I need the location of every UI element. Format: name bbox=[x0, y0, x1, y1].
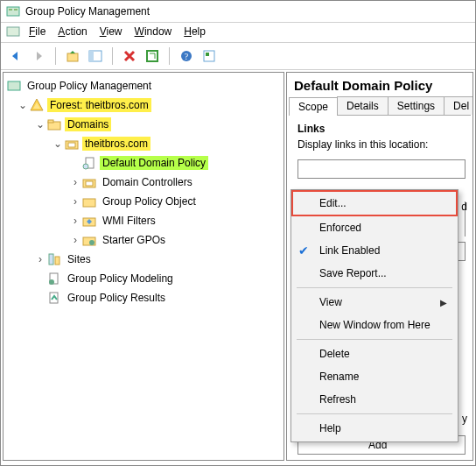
tree-dc-label: Domain Controllers bbox=[100, 175, 195, 189]
tree-wmi[interactable]: › WMI Filters bbox=[5, 211, 282, 230]
submenu-arrow-icon: ▶ bbox=[440, 298, 447, 307]
tree-sites[interactable]: › Sites bbox=[5, 250, 282, 269]
tab-details[interactable]: Details bbox=[337, 96, 388, 115]
tree-forest[interactable]: ⌄ Forest: theitbros.com bbox=[5, 95, 282, 115]
svg-rect-14 bbox=[48, 120, 53, 123]
tab-strip: Scope Details Settings Del bbox=[289, 96, 471, 116]
svg-rect-12 bbox=[8, 81, 20, 90]
ou-icon bbox=[82, 175, 96, 189]
delete-button[interactable] bbox=[120, 46, 139, 66]
ctx-link-enabled[interactable]: ✔ Link Enabled bbox=[293, 239, 456, 262]
truncated-char: d bbox=[461, 201, 467, 213]
tree-domains[interactable]: ⌄ Domains bbox=[5, 115, 282, 134]
sites-icon bbox=[47, 252, 61, 266]
domain-icon bbox=[65, 137, 79, 151]
back-button[interactable] bbox=[6, 46, 25, 66]
expand-icon[interactable]: › bbox=[70, 215, 80, 226]
separator bbox=[112, 47, 113, 65]
wmi-icon bbox=[82, 214, 96, 228]
svg-rect-16 bbox=[68, 143, 75, 147]
tab-scope[interactable]: Scope bbox=[289, 97, 338, 116]
modeling-icon bbox=[47, 272, 61, 286]
svg-rect-6 bbox=[89, 51, 94, 61]
tree-gpo-label: Group Policy Object bbox=[100, 194, 199, 208]
tree-forest-label: Forest: theitbros.com bbox=[47, 98, 151, 112]
ctx-separator bbox=[297, 287, 452, 288]
results-icon bbox=[47, 291, 61, 305]
svg-rect-11 bbox=[206, 53, 209, 56]
links-heading: Links bbox=[287, 116, 472, 137]
ctx-enforced[interactable]: Enforced bbox=[293, 216, 456, 239]
ctx-save-report[interactable]: Save Report... bbox=[293, 262, 456, 285]
ctx-new-window[interactable]: New Window from Here bbox=[293, 314, 456, 336]
collapse-icon[interactable]: ⌄ bbox=[52, 138, 63, 149]
svg-point-18 bbox=[83, 164, 88, 169]
tree-results[interactable]: › Group Policy Results bbox=[5, 288, 282, 307]
ctx-edit[interactable]: Edit... bbox=[291, 190, 458, 216]
svg-rect-0 bbox=[7, 7, 19, 16]
svg-rect-21 bbox=[83, 199, 95, 207]
properties-button[interactable] bbox=[200, 46, 219, 66]
starter-gpo-icon bbox=[82, 233, 96, 247]
collapse-icon[interactable]: ⌄ bbox=[35, 119, 46, 130]
title-bar: Group Policy Management bbox=[1, 1, 475, 23]
tree-starter-label: Starter GPOs bbox=[100, 233, 168, 247]
mmc-icon bbox=[6, 25, 20, 39]
ctx-delete[interactable]: Delete bbox=[293, 342, 456, 365]
tree-root[interactable]: Group Policy Management bbox=[5, 76, 282, 95]
ctx-view[interactable]: View ▶ bbox=[293, 291, 456, 314]
ctx-refresh[interactable]: Refresh bbox=[293, 388, 456, 411]
gpm-root-icon bbox=[7, 79, 21, 93]
svg-point-24 bbox=[89, 240, 94, 245]
menu-help[interactable]: Help bbox=[184, 25, 206, 38]
tree-domain[interactable]: ⌄ theitbros.com bbox=[5, 134, 282, 153]
svg-rect-7 bbox=[147, 51, 158, 61]
tree-starter[interactable]: › Starter GPOs bbox=[5, 230, 282, 250]
console-tree: Group Policy Management ⌄ Forest: theitb… bbox=[3, 72, 284, 461]
expand-icon[interactable]: › bbox=[70, 235, 80, 245]
refresh-button[interactable] bbox=[143, 46, 162, 66]
forward-button[interactable] bbox=[29, 46, 48, 66]
ctx-help[interactable]: Help bbox=[293, 417, 456, 440]
tree-modeling-label: Group Policy Modeling bbox=[65, 272, 176, 286]
expand-icon[interactable]: › bbox=[70, 177, 80, 187]
up-button[interactable] bbox=[63, 46, 82, 66]
svg-rect-2 bbox=[14, 9, 18, 11]
svg-rect-20 bbox=[86, 181, 93, 186]
svg-text:?: ? bbox=[185, 52, 189, 61]
svg-rect-3 bbox=[7, 27, 19, 36]
forest-icon bbox=[30, 98, 44, 112]
ctx-rename[interactable]: Rename bbox=[293, 365, 456, 388]
gpo-folder-icon bbox=[82, 194, 96, 208]
show-hide-console-tree-button[interactable] bbox=[86, 46, 105, 66]
expand-icon[interactable]: › bbox=[70, 196, 80, 207]
menu-file[interactable]: File bbox=[29, 25, 46, 38]
app-icon bbox=[6, 4, 20, 18]
tree-dc[interactable]: › Domain Controllers bbox=[5, 173, 282, 192]
context-menu: Edit... Enforced ✔ Link Enabled Save Rep… bbox=[290, 189, 458, 442]
menu-window[interactable]: Window bbox=[135, 25, 172, 38]
tree-wmi-label: WMI Filters bbox=[100, 214, 158, 228]
tree-root-label: Group Policy Management bbox=[24, 79, 154, 93]
domains-folder-icon bbox=[47, 117, 61, 131]
menu-view[interactable]: View bbox=[100, 25, 122, 38]
tab-settings[interactable]: Settings bbox=[388, 96, 444, 115]
tree-domains-label: Domains bbox=[65, 117, 111, 131]
location-dropdown[interactable] bbox=[298, 159, 466, 179]
tab-delegation[interactable]: Del bbox=[444, 96, 473, 115]
svg-rect-1 bbox=[9, 9, 12, 11]
svg-rect-26 bbox=[55, 257, 60, 265]
toolbar: ? bbox=[1, 43, 475, 70]
collapse-icon[interactable]: ⌄ bbox=[18, 100, 28, 110]
separator bbox=[55, 47, 56, 65]
tree-sites-label: Sites bbox=[65, 252, 94, 266]
tree-modeling[interactable]: › Group Policy Modeling bbox=[5, 269, 282, 288]
expand-icon[interactable]: › bbox=[35, 254, 46, 265]
help-button[interactable]: ? bbox=[177, 46, 196, 66]
separator bbox=[169, 47, 170, 65]
tree-gpo[interactable]: › Group Policy Object bbox=[5, 192, 282, 211]
tree-ddp[interactable]: › Default Domain Policy bbox=[5, 153, 282, 173]
menu-action[interactable]: Action bbox=[58, 25, 87, 38]
details-title: Default Domain Policy bbox=[287, 73, 472, 96]
tree-domain-label: theitbros.com bbox=[82, 137, 150, 151]
